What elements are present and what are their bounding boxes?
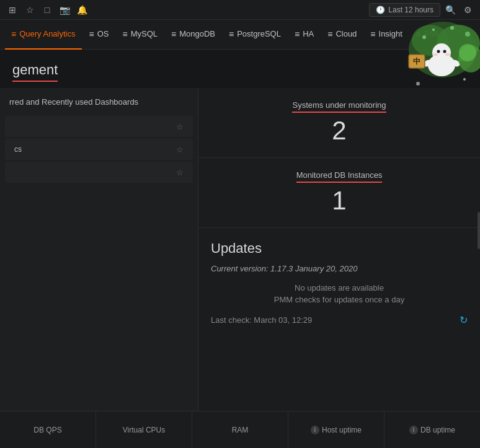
db-instances-value: 1 xyxy=(211,187,468,215)
systems-stat-section: Systems under monitoring 2 xyxy=(198,88,480,158)
nav-lines-icon-2 xyxy=(122,29,127,39)
updates-section: Updates Current version: 1.17.3 January … xyxy=(198,228,480,338)
nav-lines-icon-3 xyxy=(171,29,176,39)
nav-item-os[interactable]: OS xyxy=(83,20,115,50)
metric-label-virtual-cpus: Virtual CPUs xyxy=(123,426,165,434)
nav-item-ha[interactable]: HA xyxy=(288,20,320,50)
metric-label-host-uptime: i Host uptime xyxy=(311,426,362,434)
dashboard-item-label-1: cs xyxy=(14,145,22,154)
main-content: 中 gement rred and Recently used Dashboar… xyxy=(0,50,480,411)
nav-lines-icon-6 xyxy=(327,29,332,39)
dashboard-area: rred and Recently used Dashboards ☆ cs ☆… xyxy=(0,88,480,411)
svg-point-16 xyxy=(432,29,435,31)
last-check-text: Last check: March 03, 12:29 xyxy=(211,315,312,325)
svg-point-15 xyxy=(450,26,454,30)
favorite-star-icon-2[interactable]: ☆ xyxy=(176,168,184,177)
left-panel: rred and Recently used Dashboards ☆ cs ☆… xyxy=(0,88,198,411)
info-icon-db-uptime[interactable]: i xyxy=(409,426,418,434)
metric-host-uptime[interactable]: i Host uptime xyxy=(288,411,384,448)
bottom-bar: DB QPS Virtual CPUs RAM i Host uptime i … xyxy=(0,411,480,448)
metric-label-ram: RAM xyxy=(232,426,249,434)
updates-title: Updates xyxy=(211,240,468,257)
nav-item-postgresql[interactable]: PostgreSQL xyxy=(223,20,287,50)
info-icon-host-uptime[interactable]: i xyxy=(311,426,319,434)
scroll-indicator xyxy=(478,212,480,249)
refresh-icon[interactable]: ↻ xyxy=(460,314,468,326)
svg-point-13 xyxy=(422,35,426,39)
grid-icon[interactable]: ⊞ xyxy=(5,2,20,17)
list-item[interactable]: cs ☆ xyxy=(5,139,193,160)
db-instances-stat-section: Monitored DB Instances 1 xyxy=(198,158,480,228)
share-icon[interactable]: □ xyxy=(40,2,55,17)
nav-item-mongodb[interactable]: MongoDB xyxy=(165,20,221,50)
favorite-star-icon-0[interactable]: ☆ xyxy=(176,122,184,131)
db-instances-label: Monitored DB Instances xyxy=(296,170,383,183)
right-panel: Systems under monitoring 2 Monitored DB … xyxy=(198,88,480,411)
systems-label: Systems under monitoring xyxy=(292,100,386,113)
list-item[interactable]: ☆ xyxy=(5,116,193,137)
svg-point-14 xyxy=(465,32,470,37)
star-toolbar-icon[interactable]: ☆ xyxy=(22,2,37,17)
metric-db-uptime[interactable]: i DB uptime xyxy=(384,411,480,448)
nav-item-mysql[interactable]: MySQL xyxy=(116,20,164,50)
metric-db-qps[interactable]: DB QPS xyxy=(0,411,96,448)
systems-value: 2 xyxy=(211,116,468,145)
metric-label-db-uptime: i DB uptime xyxy=(409,426,455,434)
nav-lines-icon-0 xyxy=(11,29,16,39)
panel-title: rred and Recently used Dashboards xyxy=(0,97,198,114)
pmm-checks-text: PMM checks for updates once a day xyxy=(211,295,468,304)
metric-virtual-cpus[interactable]: Virtual CPUs xyxy=(96,411,192,448)
nav-lines-icon-5 xyxy=(295,29,300,39)
page-title: gement xyxy=(12,62,58,82)
nav-item-query-analytics[interactable]: Query Analytics xyxy=(5,20,82,50)
snapshot-icon[interactable]: 📷 xyxy=(57,2,72,17)
nav-lines-icon-4 xyxy=(229,29,234,39)
version-text: Current version: 1.17.3 January 20, 2020 xyxy=(211,264,468,273)
metric-label-db-qps: DB QPS xyxy=(33,426,61,434)
alert-icon[interactable]: 🔔 xyxy=(74,2,89,17)
metric-ram[interactable]: RAM xyxy=(192,411,288,448)
favorite-star-icon-1[interactable]: ☆ xyxy=(176,145,184,154)
last-check-row: Last check: March 03, 12:29 ↻ xyxy=(211,314,468,326)
nav-lines-icon-1 xyxy=(89,29,94,39)
no-updates-text: No updates are available xyxy=(211,283,468,292)
page-header: gement xyxy=(0,50,480,88)
list-item[interactable]: ☆ xyxy=(5,162,193,183)
